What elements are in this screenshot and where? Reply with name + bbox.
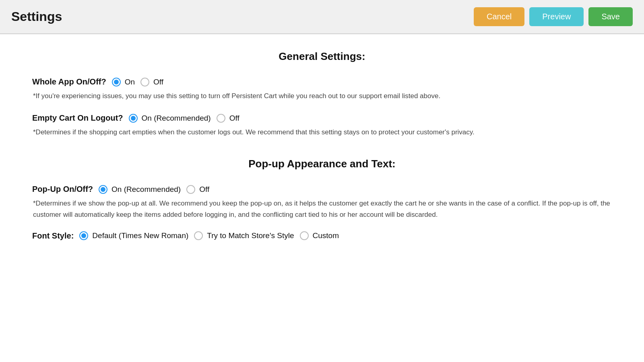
empty-cart-on-radio[interactable] [129,114,138,123]
empty-cart-on-label: On (Recommended) [142,114,211,123]
general-settings-title: General Settings: [32,50,612,63]
save-button[interactable]: Save [588,7,633,26]
popup-on-option[interactable]: On (Recommended) [99,185,181,194]
whole-app-off-label: Off [153,78,163,86]
whole-app-on-label: On [125,78,135,86]
header: Settings Cancel Preview Save [0,0,644,34]
popup-on-radio[interactable] [99,185,107,194]
popup-toggle-setting: Pop-Up On/Off? On (Recommended) Off *Det… [32,185,612,220]
whole-app-on-option[interactable]: On [112,78,135,86]
whole-app-note: *If you're experiencing issues, you may … [33,90,612,101]
page-title: Settings [11,9,62,24]
font-match-label: Try to Match Store's Style [207,231,294,240]
whole-app-on-radio[interactable] [112,78,121,86]
empty-cart-setting: Empty Cart On Logout? On (Recommended) O… [32,113,612,138]
popup-off-option[interactable]: Off [186,185,209,194]
popup-off-radio[interactable] [186,185,195,194]
font-custom-radio[interactable] [300,231,309,240]
popup-on-label: On (Recommended) [111,185,181,194]
main-content: General Settings: Whole App On/Off? On O… [0,34,644,362]
whole-app-row: Whole App On/Off? On Off [32,77,612,86]
popup-toggle-row: Pop-Up On/Off? On (Recommended) Off [32,185,612,194]
whole-app-off-radio[interactable] [140,78,149,86]
empty-cart-on-option[interactable]: On (Recommended) [129,114,211,123]
empty-cart-off-option[interactable]: Off [217,114,239,123]
font-custom-label: Custom [313,231,339,240]
whole-app-setting: Whole App On/Off? On Off *If you're expe… [32,77,612,101]
empty-cart-label: Empty Cart On Logout? [32,113,123,123]
popup-toggle-note: *Determines if we show the pop-up at all… [33,198,612,220]
font-match-option[interactable]: Try to Match Store's Style [194,231,294,240]
preview-button[interactable]: Preview [529,7,584,26]
font-default-label: Default (Times New Roman) [92,231,188,240]
header-actions: Cancel Preview Save [474,7,633,26]
font-default-radio[interactable] [79,231,88,240]
font-style-row: Font Style: Default (Times New Roman) Tr… [32,231,612,241]
empty-cart-off-label: Off [229,114,239,123]
font-style-setting: Font Style: Default (Times New Roman) Tr… [32,231,612,241]
empty-cart-note: *Determines if the shopping cart empties… [33,127,612,138]
cancel-button[interactable]: Cancel [474,7,524,26]
whole-app-off-option[interactable]: Off [140,78,163,86]
font-match-radio[interactable] [194,231,203,240]
font-style-label: Font Style: [32,231,74,241]
font-custom-option[interactable]: Custom [300,231,339,240]
popup-off-label: Off [199,185,209,194]
font-default-option[interactable]: Default (Times New Roman) [79,231,188,240]
popup-toggle-label: Pop-Up On/Off? [32,185,93,194]
empty-cart-row: Empty Cart On Logout? On (Recommended) O… [32,113,612,123]
whole-app-label: Whole App On/Off? [32,77,106,86]
empty-cart-off-radio[interactable] [217,114,225,123]
popup-settings-title: Pop-up Appearance and Text: [32,158,612,170]
